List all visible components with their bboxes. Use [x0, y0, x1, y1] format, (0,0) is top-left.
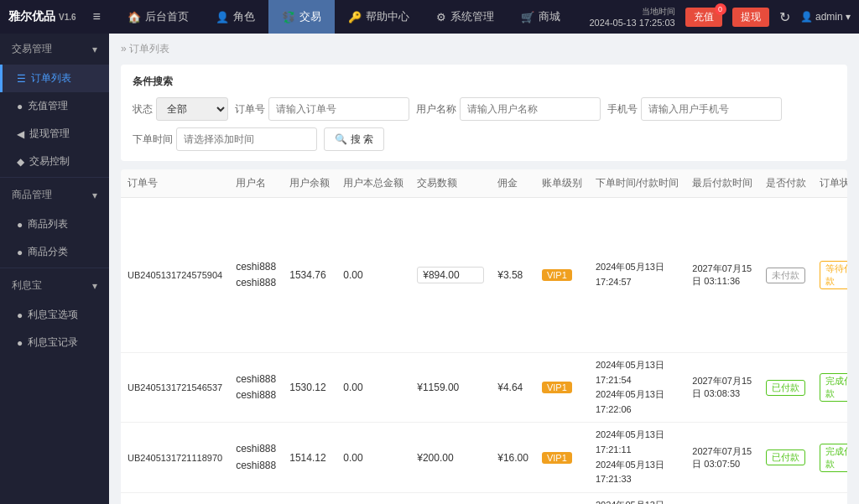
cell-total: 0.00 — [336, 492, 410, 504]
top-nav: 雅尔优品 V1.6 ≡ 🏠 后台首页 👤 角色 💱 交易 🔑 帮助中心 ⚙ 系统… — [0, 0, 859, 34]
cell-total: 0.00 — [336, 198, 410, 353]
nav-item-home[interactable]: 🏠 后台首页 — [114, 0, 202, 34]
table-row: UB2405131720566794ceshi888ceshi8881510.4… — [121, 492, 847, 504]
cell-commission: ¥4.64 — [491, 353, 535, 423]
sidebar-group-trade[interactable]: 交易管理 ▾ — [0, 34, 109, 65]
cell-is-paid: 已付款 — [759, 492, 813, 504]
cell-total: 0.00 — [336, 353, 410, 423]
cell-is-paid: 已付款 — [759, 353, 813, 423]
cell-balance: 1510.49 — [283, 492, 336, 504]
nav-item-trade[interactable]: 💱 交易 — [268, 0, 335, 34]
search-row: 状态 全部 已付款 未付款 完成付款 取消订单 订单号 用户名称 — [133, 97, 836, 151]
table-header-row: 订单号 用户名 用户余额 用户本总金额 交易数额 佣金 账单级别 下单时间/付款… — [121, 169, 847, 198]
search-title: 条件搜索 — [133, 75, 173, 89]
charge-badge: 0 — [715, 3, 726, 15]
app-logo: 雅尔优品 V1.6 — [8, 9, 76, 24]
table-row: UB2405131721546537ceshi888ceshi8881530.1… — [121, 353, 847, 423]
cell-level: VIP1 — [535, 198, 589, 353]
cell-last-pay-time: 2027年07月15日 03:07:35 — [685, 492, 759, 504]
cell-last-pay-time: 2027年07月15日 03:08:33 — [685, 353, 759, 423]
col-order-status: 订单状态 — [813, 169, 847, 198]
search-field-orderno: 订单号 — [235, 97, 409, 121]
col-level: 账单级别 — [535, 169, 589, 198]
sidebar-item-interest-records[interactable]: ● 利息宝记录 — [0, 329, 109, 356]
sidebar-item-interest-options[interactable]: ● 利息宝选项 — [0, 301, 109, 329]
nav-items: 🏠 后台首页 👤 角色 💱 交易 🔑 帮助中心 ⚙ 系统管理 🛒 商城 — [114, 0, 590, 34]
sidebar-item-product-category[interactable]: ● 商品分类 — [0, 238, 109, 266]
withdraw-button[interactable]: 提现 — [732, 8, 769, 27]
cell-order-no: UB2405131721118970 — [121, 423, 229, 492]
time-input[interactable] — [176, 127, 317, 151]
cell-level: VIP1 — [535, 353, 589, 423]
cell-commission: ¥16.00 — [491, 423, 535, 492]
cell-last-pay-time: 2027年07月15日 03:11:36 — [685, 198, 759, 353]
cell-order-time: 2024年05月13日 17:21:112024年05月13日 17:21:33 — [589, 423, 685, 492]
col-commission: 佣金 — [491, 169, 535, 198]
cell-order-no: UB2405131721546537 — [121, 353, 229, 423]
col-total: 用户本总金额 — [336, 169, 410, 198]
status-select[interactable]: 全部 已付款 未付款 完成付款 取消订单 — [156, 97, 228, 121]
cell-username: ceshi888ceshi888 — [229, 492, 283, 504]
cell-amount: ¥200.00 — [410, 423, 491, 492]
menu-icon[interactable]: ≡ — [93, 9, 101, 24]
sidebar-group-interest[interactable]: 利息宝 ▾ — [0, 270, 109, 301]
search-button[interactable]: 🔍 搜 索 — [324, 127, 384, 151]
cell-amount[interactable] — [410, 198, 491, 353]
cell-balance: 1530.12 — [283, 353, 336, 423]
sidebar-group-product[interactable]: 商品管理 ▾ — [0, 179, 109, 210]
cell-balance: 1514.12 — [283, 423, 336, 492]
cell-order-time: 2024年05月13日 17:20:562024年05月13日 17:21:03 — [589, 492, 685, 504]
admin-area[interactable]: 👤 admin ▾ — [800, 11, 851, 23]
cell-username: ceshi888ceshi888 — [229, 423, 283, 492]
cell-order-time: 2024年05月13日 17:24:57 — [589, 198, 685, 353]
cell-username: ceshi888ceshi888 — [229, 198, 283, 353]
cell-amount: ¥1159.00 — [410, 353, 491, 423]
sidebar: 交易管理 ▾ ☰ 订单列表 ● 充值管理 ◀ 提现管理 ◆ 交易控制 商品管理 … — [0, 34, 109, 504]
content-area: » 订单列表 条件搜索 状态 全部 已付款 未付款 完成付款 取消订单 — [109, 34, 859, 504]
sidebar-item-withdraw[interactable]: ◀ 提现管理 — [0, 120, 109, 148]
amount-input[interactable] — [417, 267, 484, 283]
cell-order-status: 完成付款 — [813, 423, 847, 492]
nav-item-role[interactable]: 👤 角色 — [202, 0, 268, 34]
nav-item-system[interactable]: ⚙ 系统管理 — [423, 0, 508, 34]
sidebar-item-trade-control[interactable]: ◆ 交易控制 — [0, 148, 109, 175]
sidebar-item-order-list[interactable]: ☰ 订单列表 — [0, 65, 109, 92]
cell-is-paid: 已付款 — [759, 423, 813, 492]
nav-item-shop[interactable]: 🛒 商城 — [508, 0, 574, 34]
search-box: 条件搜索 状态 全部 已付款 未付款 完成付款 取消订单 订单号 — [121, 65, 847, 161]
orders-table: 订单号 用户名 用户余额 用户本总金额 交易数额 佣金 账单级别 下单时间/付款… — [121, 169, 847, 504]
col-last-pay-time: 最后付款时间 — [685, 169, 759, 198]
username-input[interactable] — [460, 97, 601, 121]
sidebar-item-recharge[interactable]: ● 充值管理 — [0, 92, 109, 120]
refresh-button[interactable]: ↻ — [779, 9, 790, 25]
col-amount: 交易数额 — [410, 169, 491, 198]
sidebar-item-product-list[interactable]: ● 商品列表 — [0, 210, 109, 238]
cell-order-time: 2024年05月13日 17:21:542024年05月13日 17:22:06 — [589, 353, 685, 423]
search-field-status: 状态 全部 已付款 未付款 完成付款 取消订单 — [133, 97, 228, 121]
cell-order-no: UB2405131724575904 — [121, 198, 229, 353]
col-username: 用户名 — [229, 169, 283, 198]
cell-order-status: 完成付款 — [813, 353, 847, 423]
nav-item-help[interactable]: 🔑 帮助中心 — [335, 0, 423, 34]
cell-username: ceshi888ceshi888 — [229, 353, 283, 423]
sidebar-divider-1 — [0, 177, 109, 178]
search-icon: 🔍 — [335, 133, 347, 145]
phone-input[interactable] — [641, 97, 782, 121]
cell-last-pay-time: 2027年07月15日 03:07:50 — [685, 423, 759, 492]
right-area: 当地时间 2024-05-13 17:25:03 充值 0 提现 ↻ 👤 adm… — [589, 6, 851, 28]
col-order-time: 下单时间/付款时间 — [589, 169, 685, 198]
cell-amount: ¥907.00 — [410, 492, 491, 504]
cell-level: VIP1 — [535, 492, 589, 504]
cell-commission: ¥3.63 — [491, 492, 535, 504]
cell-level: VIP1 — [535, 423, 589, 492]
time-area: 当地时间 2024-05-13 17:25:03 — [589, 6, 674, 28]
sidebar-divider-2 — [0, 268, 109, 268]
breadcrumb: » 订单列表 — [121, 42, 847, 56]
search-field-username: 用户名称 — [416, 97, 601, 121]
order-no-input[interactable] — [268, 97, 409, 121]
main-layout: 交易管理 ▾ ☰ 订单列表 ● 充值管理 ◀ 提现管理 ◆ 交易控制 商品管理 … — [0, 34, 859, 504]
cell-commission: ¥3.58 — [491, 198, 535, 353]
search-field-time: 下单时间 — [133, 127, 317, 151]
col-is-paid: 是否付款 — [759, 169, 813, 198]
cell-is-paid: 未付款 — [759, 198, 813, 353]
